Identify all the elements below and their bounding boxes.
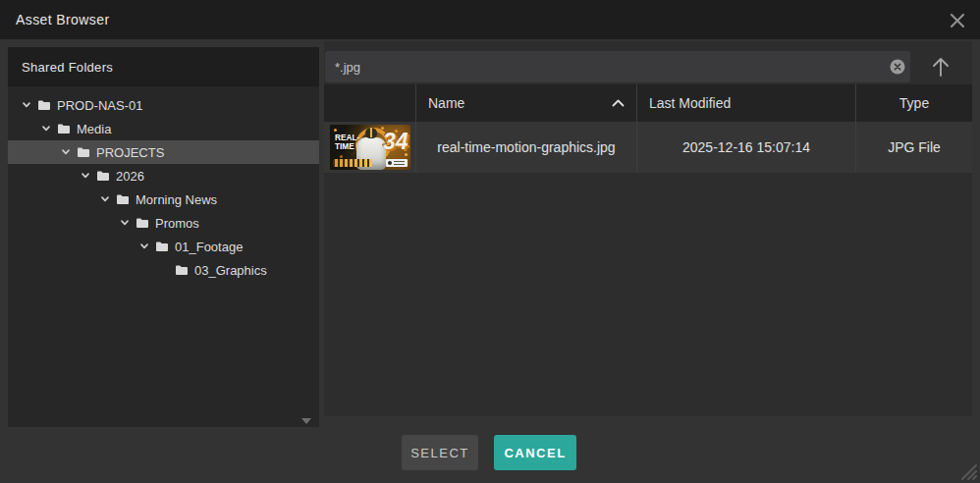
close-icon	[949, 12, 966, 29]
up-directory-button[interactable]	[923, 51, 958, 82]
column-header-type[interactable]: Type	[855, 84, 972, 122]
folder-icon	[136, 217, 149, 229]
tree-item-2026[interactable]: 2026	[8, 164, 319, 188]
tree-item-morning-news[interactable]: Morning News	[8, 188, 319, 211]
column-header-label: Name	[428, 95, 464, 111]
scroll-down-indicator[interactable]	[301, 418, 311, 424]
file-table: Name Last Modified Type	[324, 84, 972, 173]
tree-item-03-graphics[interactable]: 03_Graphics	[8, 258, 319, 282]
folder-icon	[96, 170, 110, 182]
file-modified-cell: 2025-12-16 15:07:14	[636, 122, 855, 173]
file-thumbnail-cell: 34 REAL- TIME	[324, 122, 415, 173]
thumbnail-number: 34	[383, 131, 408, 153]
column-header-thumbnail	[324, 84, 415, 122]
close-button[interactable]	[947, 10, 968, 31]
chevron-down-icon	[61, 147, 71, 157]
arrow-up-icon	[930, 55, 952, 79]
tree-item-label: Morning News	[136, 192, 217, 207]
chevron-down-icon	[120, 218, 130, 228]
thumbnail-logo-badge	[386, 159, 408, 167]
tree-item-label: PROJECTS	[96, 145, 164, 160]
clear-filter-button[interactable]	[890, 59, 905, 75]
file-browser-panel: Name Last Modified Type	[324, 41, 972, 416]
thumbnail-banner	[333, 159, 372, 167]
tree-item-projects[interactable]: PROJECTS	[8, 140, 319, 164]
chevron-down-icon	[139, 242, 149, 251]
resize-handle[interactable]	[954, 457, 978, 481]
folder-icon	[116, 193, 130, 205]
tree-item-label: Media	[77, 122, 111, 136]
column-header-modified[interactable]: Last Modified	[636, 84, 855, 122]
tree-item-media[interactable]: Media	[8, 117, 319, 140]
asset-browser-dialog: Asset Browser Shared Folders PROD-NAS-01…	[0, 0, 980, 483]
folder-icon	[57, 123, 71, 134]
column-header-name[interactable]: Name	[415, 84, 636, 122]
file-name-cell: real-time-motion-graphics.jpg	[415, 122, 636, 173]
tree-item-label: 2026	[116, 169, 144, 184]
folder-icon	[175, 264, 189, 276]
folder-icon	[155, 241, 169, 252]
folder-icon	[37, 99, 51, 111]
file-type-cell: JPG File	[855, 122, 972, 173]
filter-input[interactable]	[325, 51, 910, 82]
tree-item-label: Promos	[155, 216, 199, 231]
chevron-down-icon	[81, 171, 90, 181]
folder-icon	[77, 146, 90, 158]
tree-item-label: 03_Graphics	[194, 263, 267, 278]
table-row[interactable]: 34 REAL- TIME real-time-motion-graphics.…	[324, 122, 972, 173]
chevron-down-icon	[100, 194, 110, 204]
tree-item-prod-nas-01[interactable]: PROD-NAS-01	[8, 93, 319, 117]
sidebar-panel: Shared Folders PROD-NAS-01MediaPROJECTS2…	[8, 47, 319, 427]
column-header-label: Type	[899, 95, 929, 111]
select-button[interactable]: SELECT	[402, 435, 478, 470]
window-title: Asset Browser	[16, 12, 109, 27]
clear-icon	[890, 59, 905, 75]
thumbnail-title: REAL- TIME	[335, 134, 359, 151]
chevron-down-icon	[41, 124, 51, 134]
sort-ascending-icon[interactable]	[612, 99, 625, 107]
tree-item-label: 01_Footage	[175, 240, 243, 254]
cancel-button[interactable]: CANCEL	[494, 435, 576, 470]
sidebar-header: Shared Folders	[8, 47, 319, 86]
column-header-label: Last Modified	[649, 95, 731, 111]
table-header: Name Last Modified Type	[324, 84, 972, 122]
sidebar-header-label: Shared Folders	[22, 60, 113, 75]
chevron-down-icon	[22, 100, 31, 110]
title-bar: Asset Browser	[0, 0, 980, 39]
file-thumbnail: 34 REAL- TIME	[330, 125, 410, 170]
tree-item-promos[interactable]: Promos	[8, 211, 319, 235]
folder-tree: PROD-NAS-01MediaPROJECTS2026Morning News…	[8, 86, 319, 427]
tree-item-01-footage[interactable]: 01_Footage	[8, 235, 319, 258]
tree-item-label: PROD-NAS-01	[57, 98, 142, 113]
